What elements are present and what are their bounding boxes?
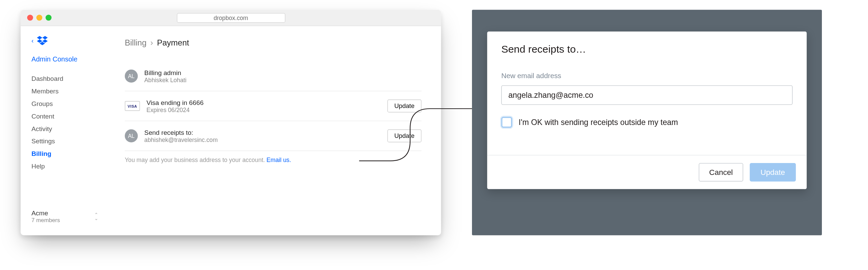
sidebar-item-content[interactable]: Content — [32, 112, 107, 120]
browser-window: dropbox.com ‹ Admin Console Dashb — [21, 10, 441, 235]
row-title: Send receipts to: — [144, 129, 218, 136]
traffic-lights — [27, 15, 52, 21]
payment-card-row: VISA Visa ending in 6666 Expires 06/2024… — [125, 91, 421, 121]
dialog-title: Send receipts to… — [501, 43, 792, 55]
sidebar-item-billing[interactable]: Billing — [32, 150, 107, 158]
sidebar-title: Admin Console — [32, 55, 107, 63]
avatar: AL — [125, 129, 138, 142]
outside-team-checkbox-label: I'm OK with sending receipts outside my … — [519, 118, 678, 127]
helper-text: You may add your business address to you… — [125, 151, 421, 163]
avatar: AL — [125, 70, 138, 83]
outside-team-checkbox[interactable] — [501, 117, 512, 128]
row-sub: Expires 06/2024 — [146, 107, 203, 113]
update-receipts-button[interactable]: Update — [387, 129, 421, 142]
email-field[interactable] — [501, 85, 792, 105]
main-content: Billing › Payment AL Billing admin Abhis… — [107, 26, 441, 235]
sidebar-item-groups[interactable]: Groups — [32, 100, 107, 107]
team-name: Acme — [32, 209, 60, 217]
row-sub: Abhiskek Lohati — [144, 77, 186, 83]
url-text: dropbox.com — [214, 14, 248, 21]
window-titlebar: dropbox.com — [21, 10, 441, 26]
back-icon[interactable]: ‹ — [32, 37, 34, 44]
update-card-button[interactable]: Update — [387, 100, 421, 112]
sidebar: ‹ Admin Console Dashboard Members Groups… — [21, 26, 107, 235]
row-title: Billing admin — [144, 69, 186, 76]
breadcrumb-root[interactable]: Billing — [125, 38, 146, 47]
url-bar[interactable]: dropbox.com — [177, 13, 285, 23]
sidebar-item-settings[interactable]: Settings — [32, 138, 107, 145]
sidebar-item-help[interactable]: Help — [32, 162, 107, 170]
sidebar-item-members[interactable]: Members — [32, 88, 107, 95]
dialog-backdrop: Send receipts to… New email address I'm … — [472, 10, 822, 235]
billing-admin-row: AL Billing admin Abhiskek Lohati — [125, 61, 421, 91]
close-icon[interactable] — [27, 15, 33, 21]
svg-marker-1 — [42, 36, 48, 39]
email-field-label: New email address — [501, 72, 792, 80]
zoom-icon[interactable] — [45, 15, 52, 21]
send-receipts-dialog: Send receipts to… New email address I'm … — [487, 32, 807, 189]
row-sub: abhishek@travelersinc.com — [144, 137, 218, 143]
dropbox-logo-icon — [37, 36, 48, 46]
update-button[interactable]: Update — [750, 163, 796, 181]
cancel-button[interactable]: Cancel — [699, 163, 743, 181]
team-subtitle: 7 members — [32, 217, 60, 223]
svg-marker-0 — [37, 36, 42, 39]
sidebar-item-activity[interactable]: Activity — [32, 125, 107, 132]
visa-icon: VISA — [125, 101, 140, 111]
minimize-icon[interactable] — [36, 15, 42, 21]
breadcrumb: Billing › Payment — [125, 38, 421, 47]
row-title: Visa ending in 6666 — [146, 99, 203, 106]
stepper-icon: ⌃⌄ — [94, 213, 99, 220]
team-switcher[interactable]: Acme 7 members ⌃⌄ — [32, 209, 107, 230]
sidebar-item-dashboard[interactable]: Dashboard — [32, 75, 107, 83]
sidebar-nav: Dashboard Members Groups Content Activit… — [32, 75, 107, 170]
receipts-row: AL Send receipts to: abhishek@travelersi… — [125, 121, 421, 151]
dialog-footer: Cancel Update — [487, 155, 807, 189]
email-us-link[interactable]: Email us. — [267, 157, 291, 163]
breadcrumb-leaf: Payment — [157, 38, 189, 47]
